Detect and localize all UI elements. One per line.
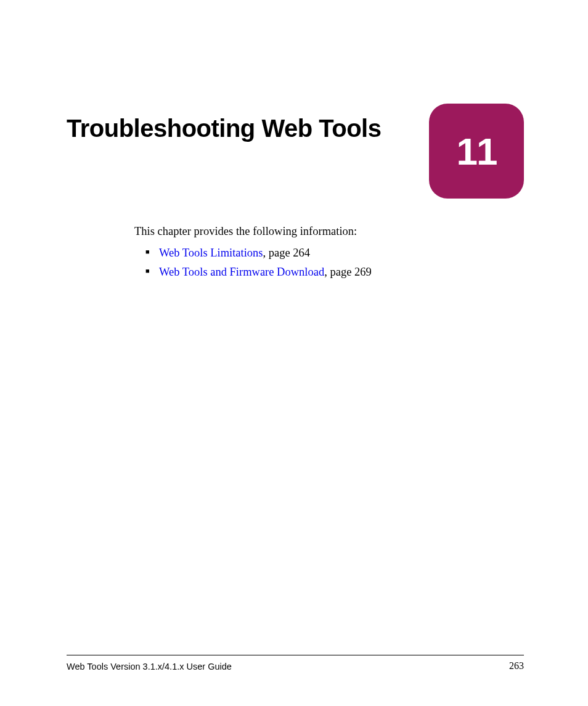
list-item: Web Tools Limitations, page 264 xyxy=(145,247,524,260)
table-of-contents-list: Web Tools Limitations, page 264 Web Tool… xyxy=(134,247,524,279)
chapter-title: Troubleshooting Web Tools xyxy=(67,104,381,142)
page-reference: , page 269 xyxy=(324,266,372,278)
chapter-header: Troubleshooting Web Tools 11 xyxy=(67,104,524,199)
footer-document-title: Web Tools Version 3.1.x/4.1.x User Guide xyxy=(67,662,232,671)
document-page: Troubleshooting Web Tools 11 This chapte… xyxy=(0,0,588,706)
chapter-number-badge: 11 xyxy=(429,104,524,199)
list-item: Web Tools and Firmware Download, page 26… xyxy=(145,266,524,279)
intro-text: This chapter provides the following info… xyxy=(134,225,524,238)
footer-page-number: 263 xyxy=(509,660,524,671)
page-reference: , page 264 xyxy=(263,247,311,259)
link-web-tools-limitations[interactable]: Web Tools Limitations xyxy=(159,247,263,259)
body-content: This chapter provides the following info… xyxy=(134,225,524,285)
link-web-tools-firmware-download[interactable]: Web Tools and Firmware Download xyxy=(159,266,324,278)
footer-divider xyxy=(67,655,524,655)
chapter-number: 11 xyxy=(457,129,497,173)
